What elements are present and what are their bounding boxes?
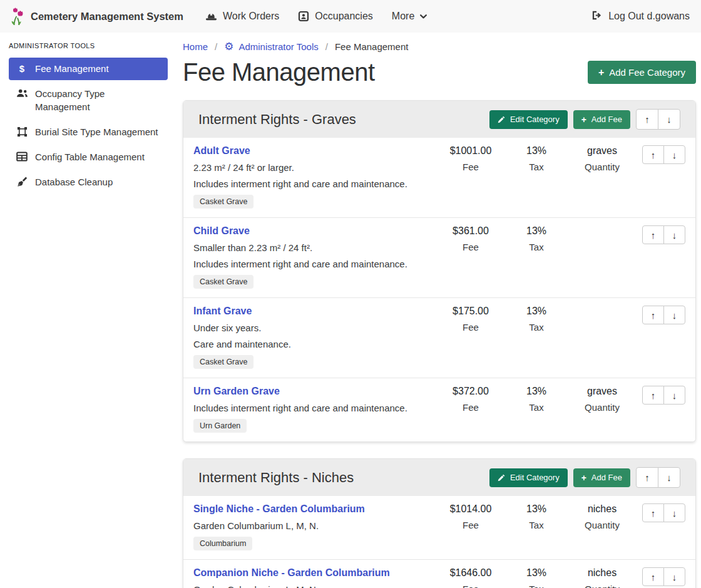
fee-amount: $361.00 <box>436 225 505 237</box>
brand[interactable]: Cemetery Management System <box>10 7 183 26</box>
edit-category-label: Edit Category <box>510 473 560 482</box>
add-fee-button[interactable]: + Add Fee <box>573 110 630 129</box>
fee-move-group: ↑ ↓ <box>637 306 685 369</box>
edit-category-button[interactable]: Edit Category <box>489 468 568 487</box>
fee-info: Single Niche - Garden Columbarium Garden… <box>193 503 436 550</box>
add-fee-button[interactable]: + Add Fee <box>573 468 630 487</box>
tulip-logo-icon <box>10 7 25 26</box>
nav-item-label: Work Orders <box>223 11 279 22</box>
fee-quantity-cell: graves Quantity <box>568 386 637 433</box>
nav-item-label: More <box>392 11 414 22</box>
move-fee-down-button[interactable]: ↓ <box>663 145 685 164</box>
fee-quantity-label: Quantity <box>568 402 637 413</box>
fee-badge-wrap: Casket Grave <box>193 355 436 369</box>
fee-amount-cell: $1646.00 Fee <box>436 567 505 588</box>
vector-square-icon <box>16 126 28 137</box>
fee-category-card: Interment Rights - Graves Edit Category … <box>183 100 696 442</box>
brand-title: Cemetery Management System <box>31 11 183 23</box>
up-arrow-icon: ↑ <box>651 508 656 518</box>
fee-description: Includes interment right and care and ma… <box>193 178 436 189</box>
fee-amount-cell: $175.00 Fee <box>436 306 505 369</box>
fee-tax-label: Tax <box>505 242 568 252</box>
fee-tax-label: Tax <box>505 402 568 413</box>
fee-name-link[interactable]: Companion Niche - Garden Columbarium <box>193 567 390 579</box>
move-fee-up-button[interactable]: ↑ <box>642 567 664 586</box>
fee-amount-label: Fee <box>436 162 505 172</box>
fee-badge-wrap: Columbarium <box>193 537 436 550</box>
top-navbar: Cemetery Management System Work Orders O… <box>0 0 701 33</box>
fee-tax-cell: 13% Tax <box>505 225 568 289</box>
move-fee-down-button[interactable]: ↓ <box>663 386 685 405</box>
move-category-up-button[interactable]: ↑ <box>636 467 658 488</box>
title-row: Fee Management + Add Fee Category <box>183 58 696 86</box>
move-fee-up-button[interactable]: ↑ <box>642 386 664 405</box>
down-arrow-icon: ↓ <box>672 391 677 400</box>
add-fee-label: Add Fee <box>591 115 622 124</box>
fee-tax-cell: 13% Tax <box>505 306 568 369</box>
down-arrow-icon: ↓ <box>672 150 677 160</box>
fee-name-link[interactable]: Single Niche - Garden Columbarium <box>193 503 365 515</box>
up-arrow-icon: ↑ <box>651 391 656 400</box>
sidebar-item-database-cleanup[interactable]: Database Cleanup <box>9 171 168 193</box>
fee-row: Child Grave Smaller than 2.23 m² / 24 ft… <box>183 217 695 297</box>
category-title: Interment Rights - Graves <box>198 111 356 128</box>
move-fee-down-button[interactable]: ↓ <box>663 503 685 522</box>
fee-quantity: graves <box>568 145 637 157</box>
down-arrow-icon: ↓ <box>667 473 672 482</box>
pencil-icon <box>498 474 505 482</box>
breadcrumb-current: Fee Management <box>335 41 409 52</box>
move-fee-up-button[interactable]: ↑ <box>642 306 664 324</box>
fee-tax-label: Tax <box>505 584 568 588</box>
sidebar-item-occupancy-type-management[interactable]: Occupancy Type Management <box>9 83 168 118</box>
move-category-up-button[interactable]: ↑ <box>636 109 658 130</box>
fee-descriptions: Garden Columbarium L, M, N. <box>193 520 436 531</box>
fee-badge: Urn Garden <box>193 419 247 433</box>
up-arrow-icon: ↑ <box>651 311 656 320</box>
sidebar-heading: ADMINISTRATOR TOOLS <box>9 42 168 49</box>
add-fee-category-button[interactable]: + Add Fee Category <box>588 61 696 84</box>
move-fee-down-button[interactable]: ↓ <box>663 567 685 586</box>
category-header: Interment Rights - Niches Edit Category … <box>183 459 695 496</box>
down-arrow-icon: ↓ <box>672 508 677 518</box>
breadcrumb-home-link[interactable]: Home <box>183 41 208 52</box>
move-fee-up-button[interactable]: ↑ <box>642 503 664 522</box>
fee-badge-wrap: Casket Grave <box>193 275 436 289</box>
move-fee-down-button[interactable]: ↓ <box>663 306 685 324</box>
fee-row: Adult Grave 2.23 m² / 24 ft² or larger.I… <box>183 138 695 217</box>
breadcrumb-admin-tools-link[interactable]: ⚙ Administrator Tools <box>224 41 319 52</box>
fee-tax: 13% <box>505 145 568 157</box>
fee-description: Smaller than 2.23 m² / 24 ft². <box>193 242 436 253</box>
fee-amount: $1014.00 <box>436 503 505 515</box>
category-move-group: ↑ ↓ <box>636 467 680 488</box>
edit-category-button[interactable]: Edit Category <box>489 110 568 129</box>
fee-tax-cell: 13% Tax <box>505 503 568 550</box>
breadcrumb-separator: / <box>325 41 328 52</box>
add-fee-category-label: Add Fee Category <box>609 67 685 78</box>
fee-name-link[interactable]: Adult Grave <box>193 145 250 157</box>
nav-item-occupancies[interactable]: Occupancies <box>289 11 382 22</box>
plus-icon: + <box>581 115 586 124</box>
breadcrumb-label: Home <box>183 41 208 52</box>
nav-item-work-orders[interactable]: Work Orders <box>196 11 289 22</box>
category-header: Interment Rights - Graves Edit Category … <box>183 101 695 138</box>
fee-name-link[interactable]: Infant Grave <box>193 306 252 317</box>
fee-name-link[interactable]: Child Grave <box>193 225 250 237</box>
fee-info: Adult Grave 2.23 m² / 24 ft² or larger.I… <box>193 145 436 209</box>
fee-amount: $1001.00 <box>436 145 505 157</box>
chevron-down-icon <box>420 14 427 19</box>
sidebar-item-burial-site-type-management[interactable]: Burial Site Type Management <box>9 121 168 143</box>
main-content: Home / ⚙ Administrator Tools / Fee Manag… <box>175 33 701 588</box>
sidebar-item-fee-management[interactable]: $ Fee Management <box>9 58 168 80</box>
nav-item-more[interactable]: More <box>382 11 436 22</box>
move-fee-down-button[interactable]: ↓ <box>663 225 685 244</box>
fee-tax: 13% <box>505 503 568 515</box>
fee-name-link[interactable]: Urn Garden Grave <box>193 386 280 397</box>
move-fee-up-button[interactable]: ↑ <box>642 145 664 164</box>
sidebar-item-config-table-management[interactable]: Config Table Management <box>9 146 168 168</box>
logout-button[interactable]: Log Out d.gowans <box>591 10 691 23</box>
move-category-down-button[interactable]: ↓ <box>658 467 680 488</box>
move-fee-up-button[interactable]: ↑ <box>642 225 664 244</box>
fee-info: Companion Niche - Garden Columbarium Gar… <box>193 567 436 588</box>
move-category-down-button[interactable]: ↓ <box>658 109 680 130</box>
fee-quantity-cell: niches Quantity <box>568 503 637 550</box>
